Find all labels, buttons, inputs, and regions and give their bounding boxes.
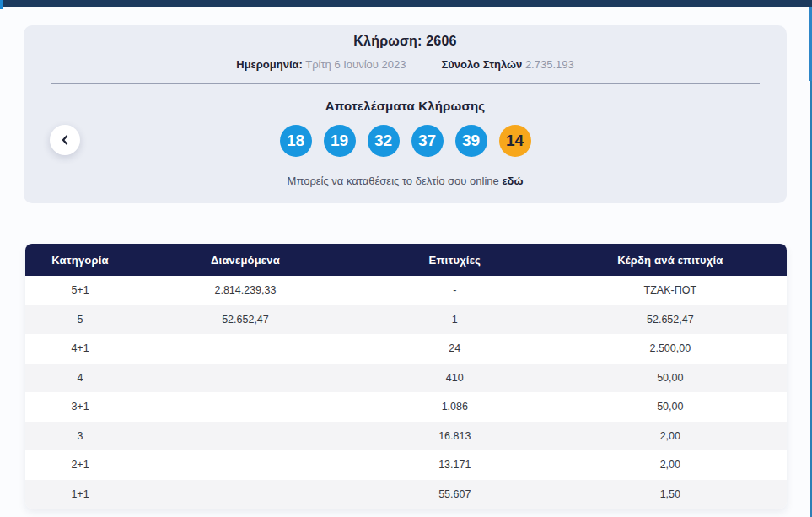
cell-winners: -	[356, 284, 554, 296]
number-ball-main: 39	[455, 125, 487, 157]
cell-winners: 16.813	[356, 430, 554, 442]
cell-distributed: 2.814.239,33	[135, 284, 356, 296]
cell-payout: 2,00	[554, 459, 787, 471]
table-row: 2+113.1712,00	[25, 450, 787, 480]
draw-columns-total: Σύνολο Στηλών 2.735.193	[441, 58, 573, 71]
cell-winners: 410	[356, 372, 554, 384]
site-top-bar	[0, 0, 812, 7]
cell-winners: 13.171	[356, 459, 554, 471]
cell-category: 2+1	[25, 459, 135, 471]
top-left-accent	[0, 0, 3, 9]
cell-category: 5	[25, 314, 135, 326]
cell-payout: 50,00	[554, 401, 787, 412]
header-cell: Επιτυχίες	[356, 254, 554, 267]
draw-results-card: Κλήρωση: 2606 Ημερομηνία: Τρίτη 6 Ιουνίο…	[24, 25, 787, 203]
card-divider	[51, 83, 760, 84]
draw-title: Κλήρωση: 2606	[24, 34, 787, 49]
table-body: 5+12.814.239,33-ΤΖΑΚ-ΠΟΤ552.652,47152.65…	[25, 276, 787, 509]
cell-category: 3+1	[25, 401, 135, 412]
table-row: 1+155.6071,50	[25, 480, 787, 509]
draw-date: Ημερομηνία: Τρίτη 6 Ιουνίου 2023	[236, 58, 406, 71]
cell-payout: 50,00	[554, 372, 787, 384]
header-cell: Κατηγορία	[25, 254, 135, 267]
draw-date-label: Ημερομηνία:	[236, 58, 303, 71]
cell-payout: ΤΖΑΚ-ΠΟΤ	[554, 284, 787, 296]
table-header-row: ΚατηγορίαΔιανεμόμεναΕπιτυχίεςΚέρδη ανά ε…	[25, 244, 787, 276]
numbers-row: 181932373914	[24, 125, 787, 157]
table-row: 441050,00	[25, 364, 787, 393]
number-ball-main: 19	[324, 125, 356, 157]
previous-draw-button[interactable]	[50, 125, 80, 155]
cell-payout: 2.500,00	[554, 342, 787, 354]
winnings-table: ΚατηγορίαΔιανεμόμεναΕπιτυχίεςΚέρδη ανά ε…	[25, 244, 787, 509]
table-row: 552.652,47152.652,47	[25, 305, 787, 335]
draw-date-value: Τρίτη 6 Ιουνίου 2023	[305, 58, 406, 71]
cell-winners: 24	[356, 342, 554, 354]
table-row: 5+12.814.239,33-ΤΖΑΚ-ΠΟΤ	[25, 276, 787, 305]
cell-payout: 52.652,47	[554, 314, 787, 326]
table-row: 3+11.08650,00	[25, 392, 787, 422]
cell-winners: 55.607	[356, 488, 554, 500]
cell-winners: 1	[356, 314, 554, 326]
draw-meta: Ημερομηνία: Τρίτη 6 Ιουνίου 2023 Σύνολο …	[24, 58, 787, 71]
cell-category: 1+1	[25, 488, 135, 500]
cell-winners: 1.086	[356, 401, 554, 412]
cell-payout: 2,00	[554, 430, 787, 442]
header-cell: Διανεμόμενα	[135, 254, 356, 267]
cell-category: 4+1	[25, 342, 135, 354]
cell-category: 5+1	[25, 284, 135, 296]
cell-distributed: 52.652,47	[135, 314, 356, 326]
cell-category: 4	[25, 372, 135, 384]
columns-total-label: Σύνολο Στηλών	[441, 58, 522, 71]
chevron-left-icon	[61, 135, 69, 145]
table-row: 316.8132,00	[25, 422, 787, 451]
header-cell: Κέρδη ανά επιτυχία	[554, 254, 787, 267]
table-row: 4+1242.500,00	[25, 334, 787, 364]
number-ball-main: 37	[411, 125, 444, 157]
cell-payout: 1,50	[554, 488, 787, 500]
online-submit-link[interactable]: εδώ	[502, 175, 523, 187]
number-ball-joker: 14	[499, 125, 531, 157]
cell-category: 3	[25, 430, 135, 442]
online-submit-text: Μπορείς να καταθέσεις το δελτίο σου onli…	[24, 175, 787, 187]
number-ball-main: 18	[280, 125, 312, 157]
number-ball-main: 32	[368, 125, 400, 157]
columns-total-value: 2.735.193	[525, 58, 574, 71]
results-heading: Αποτελέσματα Κλήρωσης	[24, 99, 787, 113]
